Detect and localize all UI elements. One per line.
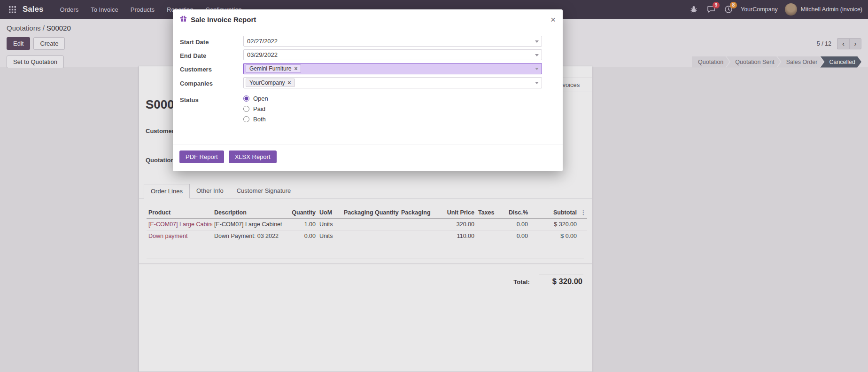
- end-date-label: End Date: [180, 51, 243, 59]
- status-option-paid[interactable]: Paid: [253, 105, 265, 112]
- start-date-input[interactable]: [243, 36, 542, 47]
- end-date-input[interactable]: [243, 49, 542, 60]
- dialog-header: Sale Invoice Report ×: [173, 9, 563, 29]
- status-radio-group: Open Paid Both: [243, 95, 542, 126]
- chevron-down-icon[interactable]: [535, 54, 539, 56]
- status-radio-open[interactable]: [243, 95, 249, 102]
- status-label: Status: [180, 95, 243, 103]
- sale-invoice-report-dialog: Sale Invoice Report × Start Date End Dat…: [173, 9, 563, 171]
- screen: Sales Orders To Invoice Products Reporti…: [0, 0, 868, 372]
- status-radio-paid[interactable]: [243, 106, 249, 112]
- dialog-title: Sale Invoice Report: [191, 16, 256, 24]
- customer-tag-label: Gemini Furniture: [249, 65, 291, 72]
- chevron-down-icon[interactable]: [535, 40, 539, 43]
- companies-input[interactable]: YourCompany ×: [243, 77, 542, 88]
- customer-tag: Gemini Furniture ×: [246, 64, 301, 73]
- status-option-both[interactable]: Both: [253, 116, 266, 123]
- gift-icon: [180, 15, 187, 24]
- pdf-report-button[interactable]: PDF Report: [179, 150, 224, 163]
- remove-tag-icon[interactable]: ×: [294, 65, 297, 72]
- chevron-down-icon[interactable]: [535, 82, 539, 84]
- company-tag: YourCompany ×: [246, 79, 295, 87]
- status-option-open[interactable]: Open: [253, 95, 268, 102]
- customers-label: Customers: [180, 64, 243, 73]
- dialog-footer: PDF Report XLSX Report: [173, 144, 563, 171]
- companies-label: Companies: [180, 79, 243, 87]
- company-tag-label: YourCompany: [249, 79, 285, 86]
- dialog-body: Start Date End Date Customers: [173, 29, 563, 126]
- start-date-label: Start Date: [180, 37, 243, 46]
- remove-tag-icon[interactable]: ×: [288, 79, 291, 86]
- close-icon[interactable]: ×: [550, 15, 556, 24]
- status-radio-both[interactable]: [243, 116, 249, 122]
- chevron-down-icon[interactable]: [535, 68, 539, 70]
- customers-input[interactable]: Gemini Furniture ×: [243, 63, 542, 74]
- xlsx-report-button[interactable]: XLSX Report: [229, 150, 277, 163]
